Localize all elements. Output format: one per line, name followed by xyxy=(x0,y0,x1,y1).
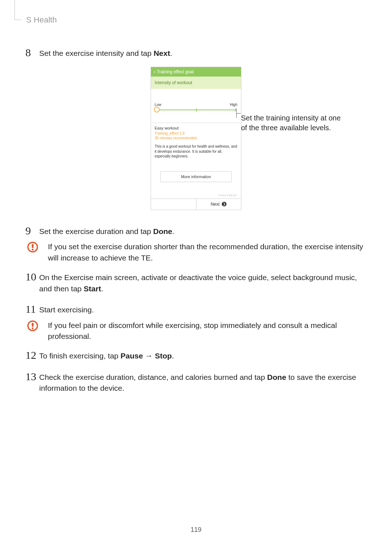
text: Check the exercise duration, distance, a… xyxy=(39,373,267,381)
manual-page: S Health 8 Set the exercise intensity an… xyxy=(0,0,392,554)
bottom-bar: Next ❯ xyxy=(151,198,241,210)
next-icon: ❯ xyxy=(222,202,226,206)
text: Set the exercise intensity and tap xyxy=(39,49,154,57)
step-13: 13 Check the exercise duration, distance… xyxy=(25,370,367,394)
bold: Stop xyxy=(155,352,172,360)
text: To finish exercising, tap xyxy=(39,352,121,360)
figure-row: ‹ Training effect goal Intensity of work… xyxy=(25,67,367,210)
content: 8 Set the exercise intensity and tap Nex… xyxy=(25,46,367,394)
firstbeat-label: FIRSTBEAT xyxy=(151,186,241,198)
step-text: Set the exercise intensity and tap Next. xyxy=(39,46,172,59)
text: . xyxy=(172,352,174,360)
slider-tick xyxy=(235,108,236,111)
callout-text: Set the training intensity at one of the… xyxy=(241,113,341,133)
step-10: 10 On the Exercise main screen, activate… xyxy=(25,271,367,294)
warning-note: If you feel pain or discomfort while exe… xyxy=(25,319,367,342)
workout-rec: 30 minutes recommended. xyxy=(155,136,197,140)
workout-sub: Training_effect 1.9 30 minutes recommend… xyxy=(155,131,237,140)
slider-tick xyxy=(196,108,197,111)
workout-desc: This is a good workout for health and we… xyxy=(155,144,237,159)
next-label: Next xyxy=(211,202,220,207)
step-11: 11 Start exercising. xyxy=(25,303,367,315)
step-9: 9 Set the exercise duration and tap Done… xyxy=(25,225,367,237)
step-text: Check the exercise duration, distance, a… xyxy=(39,370,367,394)
step-text: Set the exercise duration and tap Done. xyxy=(39,225,174,237)
step-number: 13 xyxy=(25,370,39,382)
text: . xyxy=(170,49,172,57)
callout-leader xyxy=(236,113,241,114)
warning-text: If you feel pain or discomfort while exe… xyxy=(48,319,367,342)
slider-high-label: High xyxy=(230,103,237,107)
svg-rect-1 xyxy=(32,244,33,248)
text: Set the exercise duration and tap xyxy=(39,227,153,235)
bold: Next xyxy=(154,49,170,57)
callout-line2: of the three available levels. xyxy=(241,124,331,132)
divider xyxy=(151,123,241,123)
svg-rect-4 xyxy=(32,323,33,327)
section-title: S Health xyxy=(26,15,367,25)
workout-te: Training_effect 1.9 xyxy=(155,131,184,135)
step-number: 9 xyxy=(25,225,39,236)
arrow-icon: → xyxy=(143,352,155,360)
text: . xyxy=(172,227,175,235)
step-number: 10 xyxy=(25,271,39,282)
bold: Pause xyxy=(121,352,143,360)
warning-icon xyxy=(25,319,40,333)
step-number: 11 xyxy=(25,303,39,315)
next-button[interactable]: Next ❯ xyxy=(196,199,241,210)
phone-subtitle: Intensity of workout xyxy=(151,77,241,89)
bold: Start xyxy=(84,284,101,293)
bold: Done xyxy=(267,373,286,381)
step-12: 12 To finish exercising, tap Pause → Sto… xyxy=(25,349,367,361)
back-icon[interactable]: ‹ xyxy=(154,69,155,74)
intensity-slider[interactable] xyxy=(155,107,237,114)
warning-note: If you set the exercise duration shorter… xyxy=(25,241,367,263)
workout-title: Easy workout xyxy=(155,126,237,130)
step-number: 12 xyxy=(25,349,39,361)
svg-point-5 xyxy=(32,327,33,329)
step-8: 8 Set the exercise intensity and tap Nex… xyxy=(25,46,367,59)
phone-titlebar[interactable]: ‹ Training effect goal xyxy=(151,67,241,77)
phone-title: Training effect goal xyxy=(157,69,193,74)
page-number: 119 xyxy=(0,526,392,534)
phone-screenshot: ‹ Training effect goal Intensity of work… xyxy=(151,67,241,210)
step-text: On the Exercise main screen, activate or… xyxy=(39,271,367,294)
callout-line1: Set the training intensity at one xyxy=(241,114,341,122)
bottom-empty xyxy=(151,199,196,210)
slider-low-label: Low xyxy=(155,103,161,107)
bold: Done xyxy=(153,227,172,235)
step-text: To finish exercising, tap Pause → Stop. xyxy=(39,349,174,361)
warning-text: If you set the exercise duration shorter… xyxy=(48,241,367,263)
warning-icon xyxy=(25,241,40,254)
phone-body: Low High Easy workout Training_effect 1.… xyxy=(151,89,241,186)
header-rule xyxy=(15,0,21,20)
slider-labels: Low High xyxy=(155,103,237,107)
step-number: 8 xyxy=(25,46,39,58)
text: . xyxy=(101,284,103,293)
more-info-button[interactable]: More information xyxy=(160,171,232,182)
step-text: Start exercising. xyxy=(39,303,94,315)
slider-thumb[interactable] xyxy=(154,107,160,112)
svg-point-2 xyxy=(32,249,33,251)
